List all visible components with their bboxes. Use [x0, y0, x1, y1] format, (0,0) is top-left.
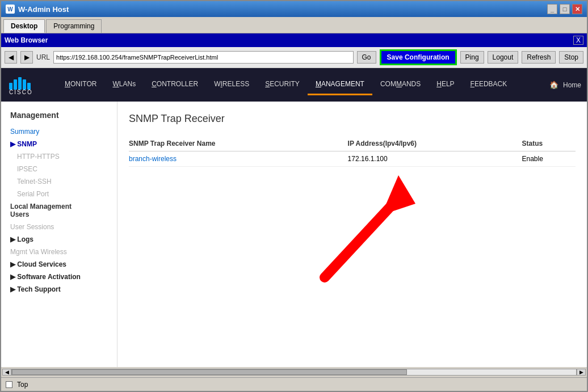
window-title: W-Admin Host — [18, 5, 69, 14]
forward-button[interactable]: ▶ — [20, 51, 33, 64]
tab-desktop[interactable]: Desktop — [3, 19, 45, 33]
tab-programming[interactable]: Programming — [46, 19, 102, 33]
nav-security[interactable]: SECURITY — [257, 74, 308, 95]
back-button[interactable]: ◀ — [5, 51, 17, 64]
nav-right: 🏠 Home — [544, 81, 587, 89]
scroll-track — [11, 369, 577, 376]
nav-commands[interactable]: COMMANDS — [372, 74, 429, 95]
sidebar-item-ipsec[interactable]: IPSEC — [1, 163, 117, 175]
sidebar-item-software[interactable]: ▶ Software Activation — [1, 271, 117, 283]
sidebar: Management Summary ▶ SNMP HTTP-HTTPS IPS… — [1, 102, 117, 367]
nav-monitor[interactable]: MONITOR — [57, 74, 104, 95]
svg-text:CISCO: CISCO — [9, 89, 33, 95]
nav-help[interactable]: HELP — [429, 74, 462, 95]
close-button[interactable]: ✕ — [572, 4, 582, 14]
col-ip: IP Address(Ipv4/Ipv6) — [348, 136, 522, 151]
sidebar-item-local-mgmt[interactable]: Local ManagementUsers — [1, 200, 117, 221]
browser-toolbar: ◀ ▶ URL Go Save Configuration Ping Logou… — [1, 47, 587, 68]
home-icon: 🏠 — [549, 81, 558, 89]
snmp-table: SNMP Trap Receiver Name IP Address(Ipv4/… — [129, 136, 576, 167]
browser-bar: Web Browser X — [1, 33, 587, 47]
sidebar-item-tech[interactable]: ▶ Tech Support — [1, 283, 117, 296]
nav-feedback[interactable]: FEEDBACK — [463, 74, 515, 95]
title-bar: W W-Admin Host _ □ ✕ — [1, 1, 587, 17]
status-label: Top — [17, 381, 28, 389]
main-content: Management Summary ▶ SNMP HTTP-HTTPS IPS… — [1, 102, 587, 367]
refresh-button[interactable]: Refresh — [522, 51, 556, 64]
scroll-left-button[interactable]: ◀ — [2, 369, 11, 376]
col-name: SNMP Trap Receiver Name — [129, 136, 348, 151]
scrollbar-area: ◀ ▶ — [1, 367, 587, 377]
cisco-nav: CISCO MONITOR WLANs CONTROLLER WIRELESS … — [1, 68, 587, 102]
sidebar-item-telnet[interactable]: Telnet-SSH — [1, 175, 117, 188]
main-content-area: SNMP Trap Receiver SNMP Trap Receiver Na… — [117, 102, 587, 367]
stop-button[interactable]: Stop — [559, 51, 583, 64]
nav-menu: MONITOR WLANs CONTROLLER WIRELESS SECURI… — [57, 74, 544, 95]
content-wrapper: Management Summary ▶ SNMP HTTP-HTTPS IPS… — [1, 102, 587, 367]
sidebar-item-cloud[interactable]: ▶ Cloud Services — [1, 258, 117, 271]
cisco-logo: CISCO — [9, 73, 49, 97]
url-label: URL — [36, 53, 50, 61]
logout-button[interactable]: Logout — [488, 51, 519, 64]
receiver-name-link[interactable]: branch-wireless — [129, 151, 348, 167]
table-row: branch-wireless 172.16.1.100 Enable — [129, 151, 576, 167]
sidebar-item-snmp[interactable]: ▶ SNMP — [1, 138, 117, 150]
app-icon: W — [6, 5, 15, 14]
ping-button[interactable]: Ping — [460, 51, 484, 64]
status-checkbox[interactable] — [6, 381, 12, 388]
save-config-button[interactable]: Save Configuration — [380, 49, 457, 65]
go-button[interactable]: Go — [357, 51, 376, 64]
svg-rect-2 — [18, 77, 22, 90]
sidebar-item-user-sessions[interactable]: User Sessions — [1, 221, 117, 233]
sidebar-item-serial[interactable]: Serial Port — [1, 188, 117, 200]
cisco-logo-area: CISCO — [1, 68, 57, 102]
nav-wireless[interactable]: WIRELESS — [206, 74, 257, 95]
page-title: SNMP Trap Receiver — [129, 113, 576, 125]
title-bar-left: W W-Admin Host — [6, 5, 69, 14]
tab-bar: Desktop Programming — [1, 17, 587, 33]
nav-controller[interactable]: CONTROLLER — [144, 74, 206, 95]
status-bar: Top — [1, 377, 587, 391]
browser-label: Web Browser — [5, 36, 573, 44]
sidebar-item-mgmt-wireless[interactable]: Mgmt Via Wireless — [1, 246, 117, 258]
receiver-status: Enable — [522, 151, 576, 167]
scroll-right-button[interactable]: ▶ — [577, 369, 586, 376]
svg-rect-1 — [14, 79, 17, 90]
receiver-ip: 172.16.1.100 — [348, 151, 522, 167]
col-status: Status — [522, 136, 576, 151]
url-input[interactable] — [53, 51, 354, 64]
sidebar-item-http[interactable]: HTTP-HTTPS — [1, 150, 117, 163]
sidebar-title: Management — [1, 107, 117, 125]
browser-close-button[interactable]: X — [573, 36, 583, 45]
nav-wlans[interactable]: WLANs — [104, 74, 144, 95]
title-buttons: _ □ ✕ — [547, 4, 582, 14]
sidebar-item-summary[interactable]: Summary — [1, 125, 117, 138]
maximize-button[interactable]: □ — [560, 4, 570, 14]
main-window: W W-Admin Host _ □ ✕ Desktop Programming… — [0, 0, 588, 392]
sidebar-item-logs[interactable]: ▶ Logs — [1, 233, 117, 246]
svg-rect-3 — [23, 79, 26, 90]
home-link[interactable]: Home — [563, 81, 581, 89]
scroll-thumb[interactable] — [12, 369, 407, 375]
nav-management[interactable]: MANAGEMENT — [308, 74, 372, 95]
minimize-button[interactable]: _ — [547, 4, 557, 14]
